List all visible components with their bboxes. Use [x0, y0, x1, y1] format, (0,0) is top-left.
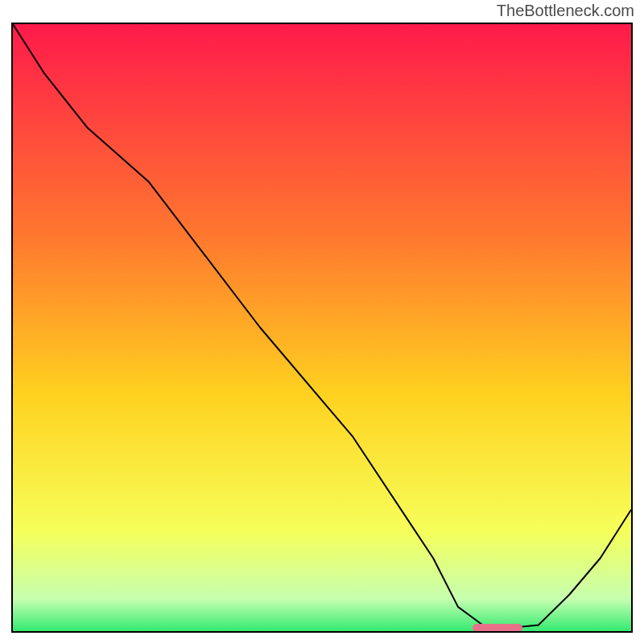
- bottleneck-curve: [13, 24, 631, 631]
- chart-container: [11, 23, 633, 633]
- watermark-text: TheBottleneck.com: [497, 2, 634, 20]
- optimal-range-marker: [473, 624, 522, 632]
- curve-path: [13, 24, 631, 628]
